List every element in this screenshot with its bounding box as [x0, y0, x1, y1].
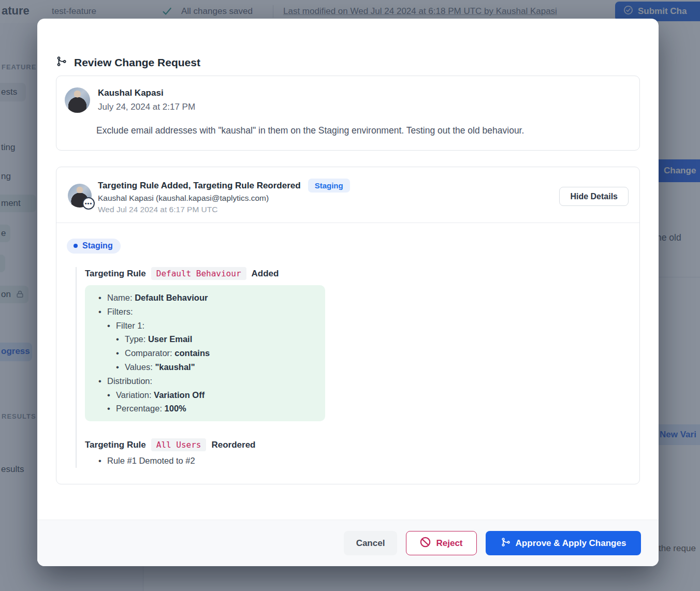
request-timestamp: July 24, 2024 at 2:17 PM: [98, 102, 195, 112]
reject-label: Reject: [436, 538, 462, 549]
git-merge-icon: [501, 537, 511, 550]
review-change-request-modal: Review Change Request Kaushal Kapasi Jul…: [37, 19, 659, 566]
modal-header: Review Change Request: [56, 56, 200, 69]
rule-heading-suffix: Added: [252, 269, 279, 279]
change-details-section: Staging Targeting Rule Default Behaviour…: [56, 223, 639, 468]
change-property: Rule #1 Demoted to #2: [107, 454, 639, 468]
change-author: Kaushal Kapasi (kaushal.kapasi@taplytics…: [98, 194, 269, 203]
modal-title: Review Change Request: [74, 56, 200, 69]
change-indent-block: Targeting Rule Default Behaviour Added N…: [76, 267, 639, 468]
approve-apply-button[interactable]: Approve & Apply Changes: [486, 531, 641, 555]
change-property: Variation: Variation Off: [116, 388, 325, 402]
change-property: Distribution:: [107, 374, 325, 388]
change-property: Filter 1:: [116, 319, 325, 333]
reordered-items-list: Rule #1 Demoted to #2: [85, 454, 639, 468]
change-property: Name: Default Behaviour: [107, 291, 325, 305]
added-properties-list: Name: Default BehaviourFilters:Filter 1:…: [85, 291, 325, 416]
rule-name-chip: All Users: [151, 438, 207, 451]
change-property: Values: "kaushal": [125, 360, 325, 374]
change-property: Comparator: contains: [125, 346, 325, 360]
rule-reordered-heading: Targeting Rule All Users Reordered: [85, 438, 639, 451]
cancel-button[interactable]: Cancel: [344, 531, 397, 555]
request-description: Exclude email addresses with "kaushal" i…: [96, 125, 632, 136]
change-property: Filters:: [107, 305, 325, 319]
environment-badge: Staging: [308, 179, 350, 193]
environment-pill-label: Staging: [82, 241, 113, 250]
prohibition-icon: [420, 537, 431, 550]
environment-dot-icon: [74, 244, 78, 248]
change-request-card: Kaushal Kapasi July 24, 2024 at 2:17 PM …: [56, 76, 640, 151]
git-merge-icon: [56, 56, 67, 69]
avatar: [65, 87, 90, 113]
environment-pill: Staging: [67, 239, 121, 254]
author-name: Kaushal Kapasi: [98, 88, 164, 98]
change-timestamp: Wed Jul 24 2024 at 6:17 PM UTC: [98, 205, 217, 214]
approve-label: Approve & Apply Changes: [516, 538, 626, 549]
ellipsis-badge-icon: •••: [82, 197, 95, 210]
change-property: Percentage: 100%: [116, 402, 325, 416]
change-summary-title: Targeting Rule Added, Targeting Rule Reo…: [98, 181, 301, 191]
added-rule-diff-box: Name: Default BehaviourFilters:Filter 1:…: [85, 285, 325, 421]
rule-added-heading: Targeting Rule Default Behaviour Added: [85, 267, 639, 280]
avatar: •••: [68, 184, 92, 208]
rule-heading-prefix: Targeting Rule: [85, 440, 146, 450]
rule-heading-suffix: Reordered: [211, 440, 255, 450]
rule-name-chip: Default Behaviour: [151, 267, 246, 280]
rule-heading-prefix: Targeting Rule: [85, 269, 146, 279]
modal-footer: Cancel Reject Approve & Apply Changes: [37, 520, 659, 566]
change-details-card: ••• Targeting Rule Added, Targeting Rule…: [56, 167, 640, 484]
hide-details-button[interactable]: Hide Details: [559, 187, 629, 206]
reject-button[interactable]: Reject: [406, 531, 477, 555]
change-property: Type: User Email: [125, 332, 325, 346]
change-card-header: ••• Targeting Rule Added, Targeting Rule…: [56, 167, 639, 223]
